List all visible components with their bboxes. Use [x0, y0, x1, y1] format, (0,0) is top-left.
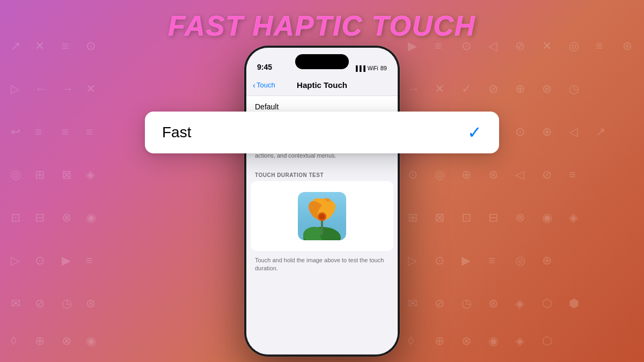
fast-label: Fast: [162, 124, 191, 141]
navigation-bar: ‹ Touch Haptic Touch: [246, 75, 398, 96]
nav-title: Haptic Touch: [297, 80, 347, 90]
flower-image: [298, 192, 346, 240]
page-title: FAST HAPTIC TOUCH: [168, 10, 475, 42]
section-header: TOUCH DURATION TEST: [246, 167, 398, 181]
touch-test-card[interactable]: [251, 181, 393, 251]
svg-rect-4: [321, 219, 323, 235]
status-time: 9:45: [257, 63, 272, 71]
back-button[interactable]: ‹ Touch: [253, 80, 275, 90]
status-icons: ▐▐▐ WiFi 89: [354, 65, 387, 71]
battery-level: 89: [380, 65, 387, 71]
phone-mockup: 9:45 ▐▐▐ WiFi 89 ‹ Touch Haptic Touch De…: [244, 46, 400, 357]
checkmark-icon: ✓: [467, 122, 482, 143]
chevron-left-icon: ‹: [253, 80, 255, 90]
wifi-icon: WiFi: [368, 65, 378, 71]
fast-option-card[interactable]: Fast ✓: [145, 112, 499, 153]
touch-test-description: Touch and hold the image above to test t…: [246, 251, 398, 278]
signal-icon: ▐▐▐: [354, 65, 365, 71]
battery-indicator: 89: [380, 65, 387, 71]
phone-screen: 9:45 ▐▐▐ WiFi 89 ‹ Touch Haptic Touch De…: [246, 48, 398, 354]
svg-point-11: [319, 214, 325, 219]
back-label: Touch: [257, 81, 275, 89]
dynamic-island: [295, 54, 349, 69]
